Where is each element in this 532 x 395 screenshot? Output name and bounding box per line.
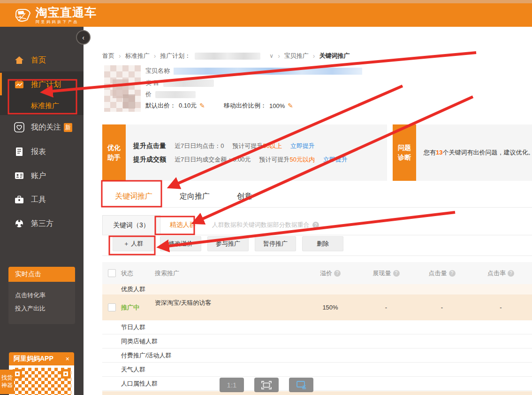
thirdparty-icon	[14, 218, 24, 229]
sidebar-item-standard-promo[interactable]: 标准推广	[0, 97, 84, 114]
chevron-left-icon: ‹	[82, 34, 84, 41]
assistant-stat: 近7日日均成交金额：0.00元	[175, 155, 251, 164]
help-icon[interactable]: ?	[334, 270, 341, 277]
app-qr-panel: 阿里妈妈APP ×	[9, 352, 74, 395]
list-item-similar-shops[interactable]: 同类店铺人群	[102, 334, 532, 349]
sidebar-tag-finder[interactable]: 找货 神器	[0, 370, 14, 394]
diagnosis-title-line1: 问题	[398, 143, 411, 153]
col-ctr: 点击率	[487, 269, 506, 278]
list-item-paid-promo[interactable]: 付费推广/活动人群	[102, 349, 532, 363]
list-item-weather[interactable]: 天气人群	[102, 363, 532, 377]
assistant-title-line2: 助手	[107, 153, 121, 163]
col-impressions: 展现量	[373, 269, 391, 278]
assistant-row-clicks: 提升点击量 近7日日均点击：0 预计可提升50以上 立即提升	[133, 142, 387, 150]
sidebar-item-campaigns[interactable]: 推广计划	[0, 76, 84, 93]
mobile-ratio-label: 移动出价比例：	[224, 101, 266, 110]
join-promo-button[interactable]: 参与推广	[207, 236, 249, 251]
impressions-value: -	[358, 304, 414, 311]
snip-icon	[296, 380, 306, 390]
side-tag-line1: 找货	[1, 374, 13, 382]
table-toolbar: ＋ 人群 修改溢价 参与推广 暂停推广 删除	[102, 236, 532, 256]
edit-ratio-pencil-icon[interactable]: ✎	[288, 102, 293, 109]
table-header: 状态 搜索推广 溢价? 展现量? 点击量? 点击率?	[102, 262, 532, 284]
add-audience-button[interactable]: ＋ 人群	[113, 236, 154, 251]
col-clicks: 点击量	[429, 269, 447, 278]
list-item-demographics[interactable]: 人口属性人群	[102, 377, 532, 391]
table-row[interactable]: 推广中 资深淘宝/天猫的访客 150% - - -	[102, 294, 532, 320]
train-icon	[13, 7, 32, 23]
campaign-icon	[14, 79, 24, 90]
fit-screen-button[interactable]	[254, 378, 279, 392]
problem-diagnosis-panel: 问题 诊断 您有13个关键词有出价问题，建议优化。立即	[393, 124, 532, 181]
fit-screen-icon	[261, 381, 272, 389]
sidebar-item-thirdparty[interactable]: 第三方	[0, 215, 84, 232]
sidebar-item-label: 我的关注	[31, 123, 61, 132]
tab-targeted-promo[interactable]: 定向推广	[180, 192, 210, 201]
top-strip	[0, 0, 532, 3]
audience-category-list: 节日人群 同类店铺人群 付费推广/活动人群 天气人群 人口属性人群	[102, 320, 532, 391]
zoom-1-1-button[interactable]: 1:1	[220, 378, 244, 392]
breadcrumb-current: 关键词推广	[319, 52, 350, 60]
subtab-keywords[interactable]: 关键词（3）	[102, 215, 160, 235]
ctr-value: -	[470, 304, 532, 311]
chevron-down-icon[interactable]: ∨	[269, 53, 274, 59]
help-icon[interactable]: ?	[449, 270, 456, 277]
assistant-title: 优化 助手	[102, 124, 126, 181]
help-icon[interactable]: ?	[312, 222, 319, 228]
audience-name: 资深淘宝/天猫的访客	[155, 294, 303, 307]
heart-icon	[14, 122, 24, 132]
help-icon[interactable]: ?	[393, 270, 400, 277]
subtab-note: 人群数据和关键词数据部分数据重合 ?	[212, 221, 319, 229]
realtime-item-roi[interactable]: 投入产出比	[15, 304, 68, 313]
pause-promo-button[interactable]: 暂停推广	[255, 236, 296, 251]
breadcrumb: 首页 › 标准推广 › 推广计划： ∨ › 宝贝推广 › 关键词推广	[102, 52, 350, 60]
breadcrumb-campaign-label: 推广计划：	[160, 52, 190, 60]
snip-button[interactable]	[289, 378, 313, 392]
sidebar-item-account[interactable]: 账户	[0, 167, 84, 184]
select-all-checkbox[interactable]	[108, 269, 116, 277]
app-panel-title: 阿里妈妈APP	[14, 355, 53, 363]
list-item-holiday[interactable]: 节日人群	[102, 320, 532, 334]
tab-keyword-promo[interactable]: 关键词推广	[115, 192, 152, 201]
close-icon[interactable]: ×	[66, 355, 69, 363]
breadcrumb-standard[interactable]: 标准推广	[125, 52, 150, 60]
sidebar-item-home[interactable]: 首页	[0, 52, 84, 69]
status-badge: 推广中	[121, 303, 155, 312]
image-viewer-controls: 1:1	[220, 378, 313, 392]
report-icon	[14, 147, 24, 157]
delete-button[interactable]: 删除	[302, 236, 343, 251]
clicks-value: -	[414, 304, 470, 311]
sidebar-item-reports[interactable]: 报表	[0, 143, 84, 160]
subtab-audience[interactable]: 精选人群	[160, 221, 205, 229]
realtime-item-ctr[interactable]: 点击转化率	[15, 291, 68, 300]
help-icon[interactable]: ?	[508, 270, 514, 277]
sidebar-collapse-button[interactable]: ‹	[76, 30, 91, 45]
sidebar-item-favorites[interactable]: 我的关注 新	[0, 119, 84, 136]
breadcrumb-item-promo[interactable]: 宝贝推广	[284, 52, 309, 60]
assistant-row-sales: 提升成交额 近7日日均成交金额：0.00元 预计可提升50元以内 立即提升	[133, 155, 387, 164]
breadcrumb-separator: ›	[154, 52, 156, 60]
assistant-title-line1: 优化	[107, 143, 121, 153]
breadcrumb-separator: ›	[278, 52, 280, 60]
tab-creative[interactable]: 创意	[237, 192, 252, 201]
boost-now-link[interactable]: 立即提升	[290, 142, 315, 150]
sidebar-item-label: 首页	[31, 55, 46, 65]
edit-bid-pencil-icon[interactable]: ✎	[199, 102, 205, 109]
group-row-premium-audience: 优质人群	[102, 284, 532, 294]
optimization-assistant-panel: 优化 助手 提升点击量 近7日日均点击：0 预计可提升50以上 立即提升 提升成…	[102, 124, 387, 181]
default-bid-value: 0.10元	[179, 101, 197, 110]
modify-premium-button[interactable]: 修改溢价	[160, 236, 201, 251]
group-row-label: 优质人群	[121, 285, 145, 294]
diagnosis-title: 问题 诊断	[393, 124, 416, 181]
boost-now-link[interactable]: 立即提升	[323, 155, 348, 164]
assistant-stat: 近7日日均点击：0	[175, 142, 224, 150]
sidebar-item-tools[interactable]: 工具	[0, 191, 84, 208]
assistant-forecast: 预计可提升50以上	[232, 142, 281, 150]
row-checkbox[interactable]	[108, 303, 116, 311]
breadcrumb-home[interactable]: 首页	[102, 52, 114, 60]
sidebar-item-label: 账户	[31, 171, 46, 181]
assistant-action: 提升成交额	[133, 155, 166, 164]
col-premium: 溢价	[320, 269, 332, 278]
sidebar: 首页 推广计划 标准推广 我的关注 新 报表	[0, 27, 84, 395]
main-tab-bar: 关键词推广 定向推广 创意	[102, 186, 532, 208]
